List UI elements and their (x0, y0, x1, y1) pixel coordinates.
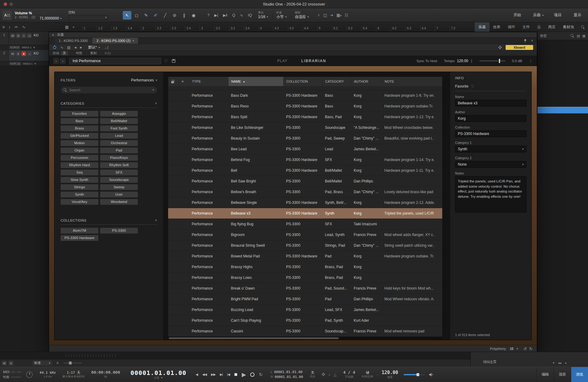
previous-preset-icon[interactable]: ◀ (74, 46, 76, 49)
category-filter-button[interactable]: Percussion (61, 155, 98, 161)
arrow-tool-button[interactable]: ↖ (123, 11, 131, 20)
librarian-view-tab[interactable]: LIBRARIAN (301, 59, 326, 63)
zoom-slider-icon[interactable]: ▬ (558, 361, 561, 364)
record-arm-button[interactable]: ● (21, 33, 26, 38)
category-filter-button[interactable]: Woodwind (100, 199, 138, 205)
preset-row[interactable]: Performance Buzzing Lead PS-3300 Lead, S… (168, 305, 442, 315)
category-filter-button[interactable]: Sweep (100, 184, 138, 190)
swing-icon[interactable]: ∿ (239, 12, 245, 19)
paste-button[interactable]: 粘贴 (105, 51, 111, 55)
preset-row[interactable]: Performance Big flying Bug PS-3300 SFX T… (168, 219, 442, 230)
workspace-button[interactable]: 开始 (508, 8, 528, 22)
gear-icon[interactable] (498, 46, 502, 49)
play-view-tab[interactable]: PLAY (277, 59, 288, 63)
preset-name-field[interactable] (455, 100, 526, 107)
browser-tab[interactable]: 商店 (545, 22, 559, 32)
midi-input-chip[interactable]: KOR (2) (9, 62, 21, 66)
quantize-group[interactable]: 量化 1/16▾ (254, 10, 272, 20)
preset-row[interactable]: Performance Bell PS-3300 Hardware Bell/M… (168, 165, 442, 176)
category-filter-button[interactable]: Bass (61, 118, 98, 124)
stop-button[interactable]: ■ (234, 371, 238, 378)
workspace-button[interactable]: 乐曲 ▾ (528, 8, 549, 22)
favorite-heart-icon[interactable]: ♡ (471, 84, 474, 88)
timestretch-block[interactable]: 键 时间拉伸 (362, 371, 373, 379)
notes-field[interactable]: Tripled the panels, used L/C/R Pan, and … (455, 176, 526, 212)
polyphony-value[interactable]: 16 (510, 347, 513, 350)
favorite-column-header[interactable]: ♥ (179, 77, 189, 86)
browser-tab[interactable]: 乐器 (475, 22, 489, 32)
preset-row[interactable]: Performance Binaural String Swell PS-330… (168, 240, 442, 251)
browser-search-button[interactable] (578, 22, 588, 32)
track-list-icon[interactable]: ≡ (2, 25, 5, 29)
category-filter-button[interactable]: Vocal/Airy (61, 199, 98, 205)
record-arm-button[interactable]: ● (21, 51, 26, 56)
preset-row[interactable]: Performance Be Like Schlesinger PS-3300 … (168, 122, 442, 133)
copy-button[interactable]: 复制 (90, 51, 97, 55)
pin-icon[interactable] (524, 39, 527, 43)
insert-icon[interactable]: →| (104, 45, 108, 50)
lane-height-slider[interactable] (63, 362, 82, 364)
timeline-ruler[interactable]: 11.21.31.422.22.32.433.23.33.444.24.34.4… (82, 26, 464, 32)
browser-tab[interactable]: 素材池 (559, 22, 578, 32)
collection-filter-button[interactable]: PS-3300 Hardware (61, 235, 98, 241)
browser-tab[interactable]: 文件 (519, 22, 533, 32)
browser-tab[interactable]: 循环 (504, 22, 519, 32)
close-icon[interactable]: × (531, 39, 533, 43)
record-button[interactable] (250, 373, 254, 377)
add-instrument-icon[interactable]: + (52, 33, 54, 37)
visit-home-button[interactable]: 访问主页 (483, 360, 496, 364)
mute-button[interactable]: M (10, 33, 15, 38)
preset-type-select[interactable]: Performances ▾ (131, 78, 157, 82)
plugin-instance-tab[interactable]: 2 - KORG PS-3300 (2) ▾ (92, 38, 138, 44)
fast-forward-button[interactable]: ▶▶ (211, 373, 216, 376)
midi-output-label[interactable]: MIDut 1 (23, 62, 33, 65)
solo-button[interactable]: S (16, 51, 21, 56)
macro-panel-icon[interactable]: ☷ (345, 13, 348, 17)
mute-all-button[interactable]: M (2, 361, 7, 365)
close-icon[interactable]: × (155, 218, 157, 223)
category-filter-button[interactable]: Orchestral (100, 140, 138, 146)
slider-knob[interactable] (499, 59, 500, 63)
parameter-value[interactable]: 71.0000000▾ (40, 16, 62, 22)
category-filter-button[interactable]: Organ (61, 148, 98, 153)
snap-toggle-icon[interactable]: ⊦ (318, 13, 320, 17)
category1-select[interactable]: Synth▾ (455, 146, 526, 152)
previous-patch-button[interactable]: ‹ (53, 58, 59, 64)
search-box[interactable]: × (61, 87, 157, 93)
category-filter-button[interactable]: Seq (61, 170, 98, 175)
performance-label[interactable]: 性能 (3, 375, 9, 379)
favorite-heart-icon[interactable]: ♡ (164, 58, 168, 63)
automation-wave-icon[interactable]: ∿ (60, 45, 63, 50)
slider-knob[interactable] (417, 373, 419, 376)
play-follow-icon[interactable]: ▶‖ (221, 12, 229, 19)
monitor-button[interactable]: ◁ (27, 51, 32, 56)
collection-field[interactable] (455, 130, 526, 137)
category-filter-button[interactable]: Lead (100, 133, 138, 139)
zoom-out-icon[interactable]: ▸ (553, 361, 555, 364)
clock-block[interactable]: 00:00:00.000 秒 (91, 370, 120, 379)
category-filter-button[interactable]: Motion (61, 140, 98, 146)
automation-curve-icon[interactable]: ∿ (22, 25, 25, 29)
category-filter-button[interactable]: Soundscape (100, 177, 138, 183)
track-row-2[interactable]: 2 M S ● ◁ KO (0, 50, 49, 61)
precount-icon[interactable]: △ (334, 373, 337, 377)
tempo-nudge-minus[interactable]: - (377, 373, 378, 377)
grid-menu-icon[interactable]: ▦▾ (336, 13, 341, 17)
preset-row[interactable]: Performance Bell Saw Bright PS-3300 Bell… (168, 176, 442, 187)
view-tab[interactable]: 浏览 (571, 367, 588, 382)
preset-row[interactable]: Performance Bass Reso PS-3300 Hardware B… (168, 101, 442, 112)
category-filter-button[interactable]: Bell/Mallet (100, 118, 138, 124)
track-row-1[interactable]: 1 M S ● ◁ KO (0, 32, 49, 45)
xboard-button[interactable]: Xboard (506, 45, 533, 50)
monitor-button[interactable]: ◁ (27, 33, 32, 38)
next-bar-button[interactable]: ▶| (220, 373, 223, 376)
undo-icon[interactable]: ↺ (523, 346, 527, 351)
control-select[interactable]: ▾ (68, 15, 108, 20)
name-column-header[interactable]: NAME▲ (228, 77, 283, 86)
snap-group[interactable]: 吸附 自适应▾ (291, 10, 313, 20)
category-filter-button[interactable]: Synth (61, 192, 98, 197)
listen-tool-button[interactable]: ◉ (189, 11, 198, 20)
timebase-group[interactable]: 时基 小节▾ (272, 10, 290, 20)
category-filter-button[interactable]: Pad (100, 148, 138, 153)
next-preset-icon[interactable]: ▶ (80, 46, 82, 49)
